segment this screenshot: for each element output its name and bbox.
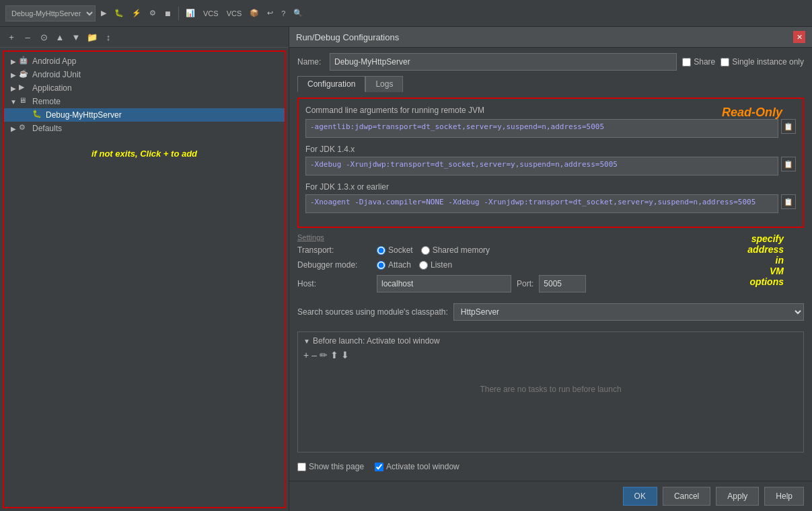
tab-logs[interactable]: Logs xyxy=(365,76,403,92)
activate-tool-input[interactable] xyxy=(375,463,383,471)
toolbar-btn-6[interactable]: VCS xyxy=(224,8,245,19)
folder-button[interactable]: 📁 xyxy=(85,30,100,44)
before-launch-title: Before launch: Activate tool window xyxy=(313,336,440,346)
toolbar-btn-9[interactable]: ? xyxy=(279,8,288,19)
port-input[interactable] xyxy=(539,275,586,292)
transport-shared-memory-option[interactable]: Shared memory xyxy=(421,245,490,255)
debugger-attach-label: Attach xyxy=(388,260,411,270)
name-label: Name: xyxy=(297,57,324,67)
transport-socket-option[interactable]: Socket xyxy=(377,245,413,255)
toolbar-btn-3[interactable]: ⏹ xyxy=(161,8,174,19)
ok-button[interactable]: OK xyxy=(623,487,657,506)
single-instance-checkbox[interactable]: Single instance only xyxy=(721,57,804,67)
dialog-panel: Run/Debug Configurations ✕ Name: Share S… xyxy=(289,27,812,511)
debugger-listen-radio[interactable] xyxy=(419,261,428,270)
android-app-label: Android App xyxy=(32,56,76,66)
help-button[interactable]: Help xyxy=(764,487,804,506)
toolbar-btn-5[interactable]: VCS xyxy=(200,8,221,19)
name-input[interactable] xyxy=(330,53,677,71)
toolbar-btn-10[interactable]: 🔍 xyxy=(291,7,305,19)
copy-btn-jdk14[interactable]: 📋 xyxy=(781,157,796,171)
name-row: Name: Share Single instance only xyxy=(297,53,804,71)
add-config-button[interactable]: + xyxy=(4,30,19,44)
no-tasks-text: There are no tasks to run before launch xyxy=(303,364,798,414)
toolbar-btn-2[interactable]: ⚙ xyxy=(147,7,159,19)
show-page-checkbox[interactable]: Show this page xyxy=(297,462,364,471)
toolbar-btn-8[interactable]: ↩ xyxy=(264,7,276,19)
launch-down-btn[interactable]: ⬇ xyxy=(341,350,349,360)
tree-item-application[interactable]: ▶ ▶ Application xyxy=(4,81,285,95)
single-instance-input[interactable] xyxy=(721,58,729,67)
toolbar-btn-4[interactable]: 📊 xyxy=(183,7,198,19)
application-icon: ▶ xyxy=(19,83,30,93)
android-junit-icon: ☕ xyxy=(19,69,30,80)
copy-btn-default[interactable]: 📋 xyxy=(781,119,796,134)
android-junit-label: Android JUnit xyxy=(32,70,81,79)
debug-myhttpserver-label: Debug-MyHttpServer xyxy=(46,110,122,120)
config-dropdown[interactable]: Debug-MyHttpServer xyxy=(5,5,96,22)
defaults-label: Defaults xyxy=(32,124,62,133)
copy-btn-jdk13[interactable]: 📋 xyxy=(781,194,796,209)
transport-sharedmem-radio[interactable] xyxy=(421,246,430,255)
tree-item-android-app[interactable]: ▶ 🤖 Android App xyxy=(4,54,285,68)
cmd-section-jdk14: For JDK 1.4.x -Xdebug -Xrunjdwp:transpor… xyxy=(305,145,796,175)
arrow-remote: ▼ xyxy=(9,97,17,106)
arrow-android-app: ▶ xyxy=(9,57,17,65)
debug-icon: 🐛 xyxy=(32,110,43,120)
cmd-value-row-default: -agentlib:jdwp=transport=dt_socket,serve… xyxy=(305,119,796,138)
debugger-attach-radio[interactable] xyxy=(377,261,385,270)
show-page-input[interactable] xyxy=(297,463,306,471)
cmd-section-default: -agentlib:jdwp=transport=dt_socket,serve… xyxy=(305,119,796,138)
cmd-value-default: -agentlib:jdwp=transport=dt_socket,serve… xyxy=(305,119,778,138)
launch-remove-btn[interactable]: – xyxy=(311,350,317,360)
share-checkbox-input[interactable] xyxy=(682,58,691,67)
run-button[interactable]: ▶ xyxy=(98,7,109,19)
remote-icon: 🖥 xyxy=(19,96,30,107)
defaults-icon: ⚙ xyxy=(19,123,30,134)
tree-item-remote[interactable]: ▼ 🖥 Remote xyxy=(4,95,285,108)
jdk14-label: For JDK 1.4.x xyxy=(305,145,796,154)
settings-section: Settings specify address inVM options Tr… xyxy=(297,233,804,298)
tab-configuration[interactable]: Configuration xyxy=(297,76,365,92)
host-label: Host: xyxy=(297,279,371,288)
collapse-arrow-icon: ▼ xyxy=(303,338,310,345)
copy-config-button[interactable]: ⊙ xyxy=(36,30,51,44)
debugger-listen-option[interactable]: Listen xyxy=(419,260,452,270)
tree-item-defaults[interactable]: ▶ ⚙ Defaults xyxy=(4,122,285,135)
remove-config-button[interactable]: – xyxy=(20,30,35,44)
app-toolbar: Debug-MyHttpServer ▶ 🐛 ⚡ ⚙ ⏹ 📊 VCS VCS 📦… xyxy=(0,0,812,27)
move-up-button[interactable]: ▲ xyxy=(52,30,67,44)
config-tree: ▶ 🤖 Android App ▶ ☕ Android JUnit ▶ ▶ Ap… xyxy=(3,50,286,508)
toolbar-btn-1[interactable]: ⚡ xyxy=(129,7,144,19)
debug-button[interactable]: 🐛 xyxy=(112,7,126,19)
transport-radio-group: Socket Shared memory xyxy=(377,245,490,255)
launch-add-btn[interactable]: + xyxy=(303,350,309,360)
host-input[interactable] xyxy=(377,275,511,292)
toolbar-btn-7[interactable]: 📦 xyxy=(247,7,262,19)
android-app-icon: 🤖 xyxy=(19,56,30,67)
debugger-mode-row: Debugger mode: Attach Listen xyxy=(297,260,804,270)
activate-tool-checkbox[interactable]: Activate tool window xyxy=(375,462,459,471)
sep-1 xyxy=(178,7,179,20)
move-down-button[interactable]: ▼ xyxy=(69,30,83,44)
launch-up-btn[interactable]: ⬆ xyxy=(330,350,338,360)
module-select[interactable]: HttpServer xyxy=(453,303,804,321)
show-page-label: Show this page xyxy=(309,462,364,471)
read-only-label: Read-Only xyxy=(722,106,782,120)
cancel-button[interactable]: Cancel xyxy=(663,487,710,506)
transport-socket-radio[interactable] xyxy=(377,246,385,255)
arrow-application: ▶ xyxy=(9,84,17,92)
single-instance-label: Single instance only xyxy=(732,57,804,67)
dialog-close-button[interactable]: ✕ xyxy=(793,31,805,43)
apply-button[interactable]: Apply xyxy=(716,487,759,506)
sort-button[interactable]: ↕ xyxy=(101,30,116,44)
port-label: Port: xyxy=(517,279,533,288)
share-checkbox[interactable]: Share xyxy=(682,57,715,67)
tree-item-debug-myhttpserver[interactable]: ▶ 🐛 Debug-MyHttpServer xyxy=(4,108,285,122)
transport-sharedmem-label: Shared memory xyxy=(433,245,490,255)
tree-item-android-junit[interactable]: ▶ ☕ Android JUnit xyxy=(4,68,285,81)
debugger-attach-option[interactable]: Attach xyxy=(377,260,411,270)
sidebar-annotation: if not exits, Click + to add xyxy=(4,135,285,172)
settings-label: Settings xyxy=(297,233,804,241)
launch-edit-btn[interactable]: ✏ xyxy=(320,350,328,360)
